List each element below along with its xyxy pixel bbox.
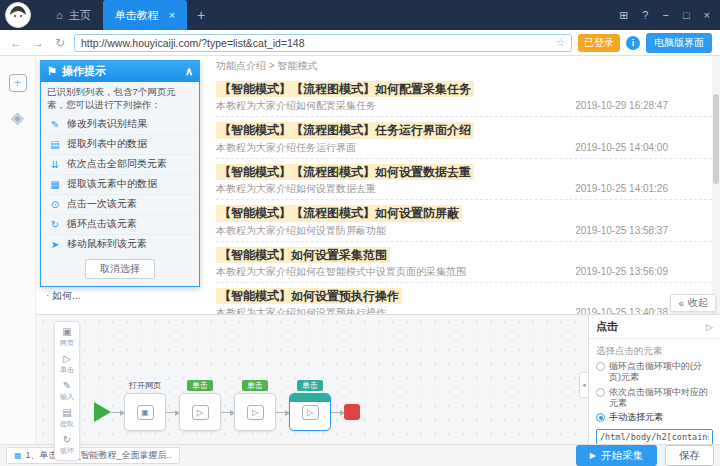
avatar-face-icon [6,3,30,27]
chevrons-icon: « [678,298,684,309]
action-label: 修改列表识别结果 [67,117,147,131]
article-title[interactable]: 【智能模式】如何设置预执行操作 [216,288,402,304]
action-extract-list[interactable]: ▤ 提取列表中的数据 [47,135,193,155]
new-task-icon[interactable]: + [9,74,27,92]
radio-icon[interactable] [596,388,605,397]
article-title[interactable]: 【智能模式】【流程图模式】如何设置数据去重 [216,164,474,180]
action-move-mouse[interactable]: ➤ 移动鼠标到该元素 [47,235,193,254]
palette-open-page[interactable]: ▣ 网页 [60,326,74,348]
radio-icon[interactable] [596,362,605,371]
article-desc: 本教程为大家介绍如何设置数据去重 [216,182,376,196]
left-rail: + ◈ [0,56,36,444]
properties-header: 点击 ▷ [589,315,720,339]
article-title[interactable]: 【智能模式】【流程图模式】如何设置防屏蔽 [216,205,462,221]
flowchart-canvas[interactable]: ▣ 网页 ▷ 单击 ✎ 输入 [36,315,588,444]
article-title[interactable]: 【智能模式】【流程图模式】如何配置采集任务 [216,81,474,97]
flag-icon: ⚑ [47,65,57,78]
apps-grid-icon[interactable]: ⊞ [619,9,628,22]
collapse-label: 收起 [688,296,708,310]
start-collection-button[interactable]: ▶ 开始采集 [576,445,657,466]
extract-icon: ▦ [49,179,61,190]
article-entry: 【智能模式】【流程图模式】如何设置防屏蔽 本教程为大家介绍如何设置防屏蔽功能 2… [216,200,712,241]
bookmark-star-icon[interactable]: ☆ [555,36,565,49]
flow-connector [331,412,344,413]
collapse-panel-icon[interactable]: ∧ [185,65,193,78]
webpage-icon: ▣ [62,326,71,337]
palette-click[interactable]: ▷ 单击 [60,353,74,375]
option-loop-paging[interactable]: 循环点击循环项中的(分页)元素 [596,361,713,384]
panel-divider-handle[interactable]: ◂ [579,372,589,398]
app-window: ⌂ 主页 单击教程 × + ⊞ ? − □ × ← → ↻ ☆ 已登录 i 电脑… [0,0,720,466]
tab-home[interactable]: ⌂ 主页 [44,0,103,30]
article-entry: 【智能模式】【流程图模式】如何设置数据去重 本教程为大家介绍如何设置数据去重 2… [216,159,712,200]
tips-header: ⚑ 操作提示 ∧ [41,61,199,82]
article-list: 功能点介绍 > 智能模式 【智能模式】【流程图模式】如何配置采集任务 本教程为大… [216,56,712,314]
palette-loop[interactable]: ↻ 循环 [60,434,74,456]
article-desc: 本教程为大家介绍如何配置采集任务 [216,99,376,113]
action-label: 循环点击该元素 [67,217,137,231]
cursor-icon: ➤ [49,239,61,250]
tab-home-label: 主页 [69,8,91,23]
back-button[interactable]: ← [8,36,24,50]
node-click-3-selected[interactable]: 单击 ▷ [289,393,331,431]
click-icon: ▷ [63,353,71,364]
section-select-element: 选择点击的元素 [596,345,713,358]
open-page-node-icon: ▣ [137,405,154,420]
article-desc: 本教程为大家介绍任务运行界面 [216,141,356,155]
refresh-button[interactable]: ↻ [52,36,68,50]
forward-button[interactable]: → [30,36,46,50]
close-icon[interactable]: × [704,9,710,21]
article-date: 2019-10-29 16:28:47 [575,100,668,111]
properties-title: 点击 [596,319,618,334]
node-open-page[interactable]: 打开网页 ▣ [124,393,166,431]
maximize-icon[interactable]: □ [683,9,690,21]
tips-title: 操作提示 [62,64,106,79]
article-title[interactable]: 【智能模式】【流程图模式】任务运行界面介绍 [216,122,474,138]
tab-click-tutorial[interactable]: 单击教程 × [103,0,187,30]
node-click-1[interactable]: 单击 ▷ [179,393,221,431]
run-step-icon[interactable]: ▷ [706,322,713,332]
layers-icon[interactable]: ◈ [9,108,27,126]
tab-close-icon[interactable]: × [169,9,175,21]
main-area: 编辑任务时遇到验证码怎么处理 如何... ⚑ 操作提示 ∧ 已识别到列表，包含7… [36,56,720,444]
login-status-badge[interactable]: 已登录 [578,34,620,52]
option-loop-matching[interactable]: 依次点击循环项中对应的元素 [596,387,713,410]
action-modify-list[interactable]: ✎ 修改列表识别结果 [47,115,193,135]
start-node[interactable] [94,402,111,422]
action-loop-click[interactable]: ↻ 循环点击该元素 [47,215,193,235]
task-tab[interactable]: ▦ 1、单击教程_智能教程_全面掌握后.. [6,447,180,464]
sidebar-link[interactable]: 如何... [46,289,206,303]
article-title[interactable]: 【智能模式】如何设置采集范围 [216,247,390,263]
option-manual-select[interactable]: 手动选择元素 [596,412,713,423]
node-label: 单击 [297,380,323,391]
action-extract-element[interactable]: ▦ 提取该元素中的数据 [47,175,193,195]
minimize-icon[interactable]: − [662,9,668,21]
save-button[interactable]: 保存 [665,445,714,466]
end-node[interactable] [344,404,360,420]
help-icon[interactable]: ? [642,9,648,21]
click-once-icon: ⊙ [49,199,61,210]
radio-icon-selected[interactable] [596,413,605,422]
action-label: 依次点击全部同类元素 [67,157,167,171]
node-click-2[interactable]: 单击 ▷ [234,393,276,431]
bottom-bar: ▦ 1、单击教程_智能教程_全面掌握后.. ▶ 开始采集 保存 [0,444,720,466]
action-click-all-similar[interactable]: ⇊ 依次点击全部同类元素 [47,155,193,175]
scrollbar-thumb[interactable] [713,94,719,184]
task-tab-label: 1、单击教程_智能教程_全面掌握后.. [26,449,172,462]
user-avatar[interactable] [5,2,31,28]
article-entry: 【智能模式】如何设置预执行操作 本教程为大家介绍如何设置预执行操作 2019-1… [216,283,712,314]
play-icon: ▶ [590,451,596,460]
article-date: 2019-10-25 13:40:38 [575,307,668,314]
info-icon[interactable]: i [626,36,640,50]
palette-extract[interactable]: ▤ 提取 [60,407,74,429]
cancel-selection-button[interactable]: 取消选择 [85,259,155,279]
pc-view-button[interactable]: 电脑版界面 [646,33,712,53]
action-click-once[interactable]: ⊙ 点击一次该元素 [47,195,193,215]
flow-diagram: 打开网页 ▣ 单击 ▷ 单击 ▷ [94,393,360,431]
new-tab-button[interactable]: + [187,0,215,30]
collapse-bottom-panel-button[interactable]: « 收起 [670,294,716,312]
palette-input[interactable]: ✎ 输入 [60,380,74,402]
flow-connector [276,412,289,413]
xpath-input[interactable] [596,429,713,444]
url-input[interactable] [81,37,551,49]
